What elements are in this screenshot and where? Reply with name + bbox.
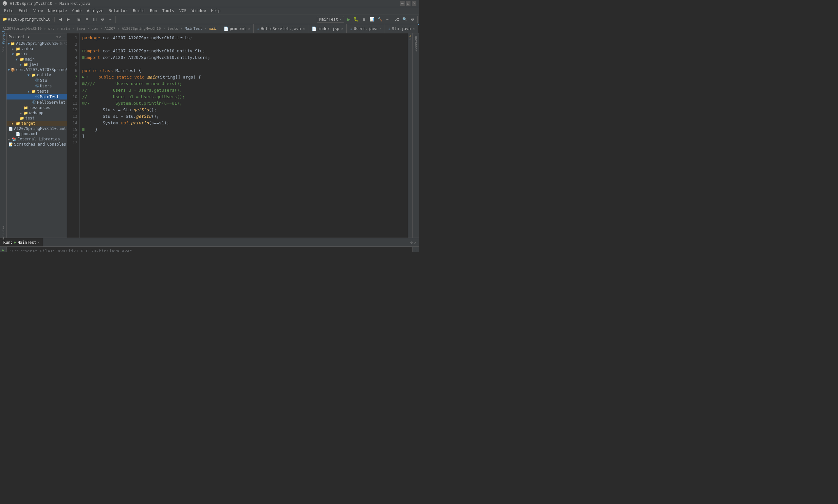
view-btn-2[interactable]: ≡: [83, 16, 90, 23]
tree-item-maintest[interactable]: Ⓜ MainTest: [6, 94, 67, 100]
coverage-button[interactable]: ⊕: [360, 16, 368, 23]
console-command: "C:\Program Files\Java\jdk1.8.0_74\bin\j…: [9, 248, 410, 252]
run-tab[interactable]: Run: ▶ MainTest ✕: [0, 238, 43, 247]
minimize-button[interactable]: ─: [400, 1, 405, 6]
run-tab-close[interactable]: ✕: [38, 240, 40, 244]
project-panel-header: Project ▾ ⊟ ⚙ −: [6, 33, 67, 41]
tree-item-ext-libs[interactable]: ▶ 📚 External Libraries: [6, 137, 67, 142]
tree-item-test[interactable]: 📁 test: [6, 115, 67, 121]
project-panel: Project ▾ ⊟ ⚙ − ▼ 📁 A1207SpringMvcCh10 D…: [6, 33, 67, 238]
menu-tools[interactable]: Tools: [160, 8, 177, 14]
gutter-warning-1: ⚠: [410, 34, 411, 37]
tree-item-scratches[interactable]: 📝 Scratches and Consoles: [6, 142, 67, 147]
menu-build[interactable]: Build: [130, 8, 147, 14]
git-button[interactable]: ⎇: [393, 16, 400, 23]
right-tool-strip: Database: [412, 33, 419, 238]
menu-file[interactable]: File: [1, 8, 16, 14]
maximize-button[interactable]: □: [406, 1, 410, 6]
tree-item-users[interactable]: Ⓤ Users: [6, 83, 67, 89]
titlebar-left: 🅙 A1207SpringMvcCh10 - MainTest.java: [3, 1, 90, 6]
bottom-tabs: Run: ▶ MainTest ✕ ⚙ ✕: [0, 238, 419, 247]
tree-item-java[interactable]: ▼ 📁 java: [6, 62, 67, 67]
project-name: A1207SpringMvcCh10: [8, 17, 50, 22]
menu-refactor[interactable]: Refactor: [106, 8, 130, 14]
panel-minimize-icon[interactable]: −: [63, 35, 65, 39]
tree-item-stu[interactable]: Ⓢ Stu: [6, 77, 67, 83]
forward-button[interactable]: ▶: [65, 16, 72, 23]
debug-button[interactable]: 🐛: [353, 16, 360, 23]
helloservlet-tab-close[interactable]: ✕: [303, 27, 305, 31]
tab-users-java[interactable]: ☕ Users.java ✕: [347, 24, 385, 33]
run-tab-label: MainTest: [18, 240, 37, 245]
line-num-11: 11: [69, 100, 77, 107]
tab-stu-java[interactable]: ☕ Stu.java ✕: [385, 24, 418, 33]
code-line-14: System.out.println(s==s1);: [82, 120, 405, 126]
run-button[interactable]: ▶: [345, 16, 352, 23]
tab-maintest-java[interactable]: ☕ MainTest.java ✕: [418, 24, 419, 33]
tab-index-jsp[interactable]: 📄 index.jsp ✕: [308, 24, 347, 33]
tree-item-iml[interactable]: 📄 A1207SpringMvcCh10.iml: [6, 126, 67, 131]
build-button[interactable]: 🔨: [376, 16, 383, 23]
tree-item-helloservlet[interactable]: Ⓗ HelloServlet: [6, 100, 67, 105]
menu-analyze[interactable]: Analyze: [84, 8, 106, 14]
tree-item-pom[interactable]: 📄 pom.xml: [6, 131, 67, 137]
console-run-icon[interactable]: ▶: [2, 248, 4, 252]
settings-button[interactable]: ⚙: [99, 16, 106, 23]
console-up-icon[interactable]: ↑: [415, 248, 417, 252]
menu-help[interactable]: Help: [209, 8, 223, 14]
idea-icon: 📁: [16, 47, 20, 51]
index-tab-label: index.jsp: [318, 26, 339, 31]
console-close-icon[interactable]: ✕: [414, 240, 416, 245]
menu-vcs[interactable]: VCS: [177, 8, 189, 14]
settings2-button[interactable]: ⚙: [409, 16, 416, 23]
l11-code: // System.out.println(u==u1);: [85, 100, 182, 107]
tree-item-root[interactable]: ▼ 📁 A1207SpringMvcCh10 D:\JavaEnterprise…: [6, 41, 67, 46]
tree-item-idea[interactable]: ▶ 📁 .idea: [6, 46, 67, 51]
code-editor[interactable]: package com.A1207.A1207SpringMvcCh10.tes…: [79, 33, 408, 238]
more-toolbar-btn[interactable]: ⋯: [384, 16, 391, 23]
stu-tab-label: Stu.java: [392, 26, 411, 31]
test-label: test: [25, 116, 35, 121]
tree-item-resources[interactable]: 📁 resources: [6, 105, 67, 110]
tab-pom-xml[interactable]: 📄 pom.xml ✕: [220, 24, 254, 33]
menu-view[interactable]: View: [31, 8, 46, 14]
tree-item-src[interactable]: ▼ 📁 src: [6, 51, 67, 57]
console-settings-icon[interactable]: ⚙: [410, 240, 413, 245]
tree-item-tests[interactable]: ▼ 📁 tests: [6, 89, 67, 94]
src-arrow: ▼: [12, 52, 15, 56]
users-tab-close[interactable]: ✕: [379, 27, 381, 31]
structure-tool-icon[interactable]: Structure: [1, 41, 6, 47]
line-num-3: 3: [69, 48, 77, 54]
menu-run[interactable]: Run: [147, 8, 160, 14]
tab-helloservlet[interactable]: ☕ HelloServlet.java ✕: [254, 24, 308, 33]
tree-item-com[interactable]: ▼ 📦 com.A1207.A1207SpringMvcCh10: [6, 67, 67, 72]
panel-header-icons: ⊟ ⚙ −: [56, 35, 65, 39]
menu-code[interactable]: Code: [70, 8, 85, 14]
view-btn-3[interactable]: ◫: [91, 16, 98, 23]
menu-edit[interactable]: Edit: [16, 8, 31, 14]
panel-settings-icon[interactable]: ⚙: [59, 35, 61, 39]
pom-tab-close[interactable]: ✕: [248, 27, 250, 31]
titlebar: 🅙 A1207SpringMvcCh10 - MainTest.java ─ □…: [0, 0, 419, 7]
profile-button[interactable]: 📊: [368, 16, 375, 23]
menu-window[interactable]: Window: [189, 8, 208, 14]
tree-item-webapp[interactable]: ▶ 📁 webapp: [6, 110, 67, 115]
tree-item-main[interactable]: ▼ 📁 main: [6, 57, 67, 62]
back-button[interactable]: ◀: [57, 16, 64, 23]
stu-tab-close[interactable]: ✕: [413, 27, 415, 31]
find-button[interactable]: 🔍: [401, 16, 408, 23]
line-num-15: 15: [69, 126, 77, 133]
window-controls[interactable]: ─ □ ✕: [400, 1, 416, 6]
minus-button[interactable]: −: [107, 16, 114, 23]
menu-navigate[interactable]: Navigate: [46, 8, 70, 14]
line-num-5: 5: [69, 61, 77, 68]
run-configuration[interactable]: MainTest ▾: [317, 16, 344, 22]
panel-collapse-icon[interactable]: ⊟: [56, 35, 58, 39]
favorites-tool-icon[interactable]: Favorites: [1, 231, 6, 236]
view-btn-1[interactable]: ⊞: [75, 16, 83, 23]
close-button[interactable]: ✕: [412, 1, 416, 6]
database-icon[interactable]: Database: [414, 35, 418, 53]
index-tab-close[interactable]: ✕: [341, 27, 343, 31]
tree-item-target[interactable]: ▶ 📁 target: [6, 121, 67, 126]
tree-item-entity[interactable]: ▼ 📁 entity: [6, 72, 67, 77]
